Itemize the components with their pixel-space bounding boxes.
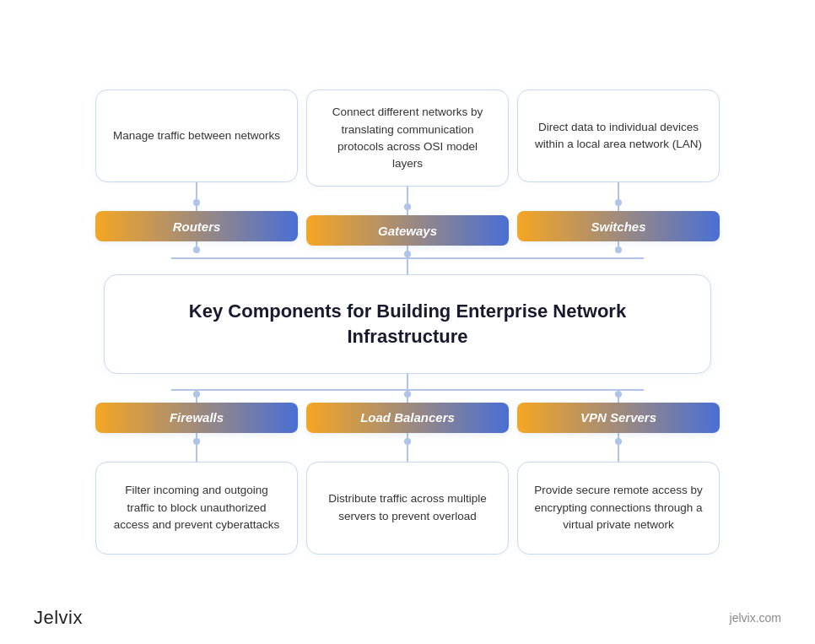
col-routers: Manage traffic between networks Routers <box>104 89 289 257</box>
bottom-col-row: Firewalls Filter incoming and outgoing t… <box>78 391 737 555</box>
lb-box-text: Distribute traffic across multiple serve… <box>322 490 493 525</box>
switches-dot-top <box>615 199 622 206</box>
firewalls-v-line-mid <box>196 433 197 438</box>
routers-dot-top <box>193 199 200 206</box>
routers-dot-bot <box>193 246 200 253</box>
page: Manage traffic between networks Routers … <box>0 0 815 644</box>
vpn-label: VPN Servers <box>517 403 720 433</box>
col-switches: Direct data to individual devices within… <box>526 89 711 257</box>
h-connector-top <box>78 257 737 259</box>
vpn-v-line-top <box>618 398 619 403</box>
gateways-v-line-top <box>407 187 408 203</box>
gateways-dot-top <box>404 203 411 210</box>
col-gateways: Connect different networks by translatin… <box>315 89 500 257</box>
firewalls-v-line-bot <box>196 445 197 462</box>
col-load-balancers: Load Balancers Distribute traffic across… <box>315 391 500 555</box>
gateways-dot-bot <box>404 251 411 257</box>
vpn-dot-mid <box>615 438 622 445</box>
lb-v-line-bot <box>407 445 408 462</box>
routers-box-text: Manage traffic between networks <box>113 127 280 144</box>
switches-v-line-top <box>618 182 619 199</box>
center-box: Key Components for Building Enterprise N… <box>104 274 711 373</box>
switches-info-box: Direct data to individual devices within… <box>517 89 720 182</box>
gateways-box-text: Connect different networks by translatin… <box>322 104 493 172</box>
firewalls-dot-top <box>193 391 200 398</box>
routers-info-box: Manage traffic between networks <box>95 89 298 182</box>
footer: Jelvix jelvix.com <box>34 607 781 629</box>
routers-v-line-top <box>196 182 197 199</box>
switches-label: Switches <box>517 211 720 241</box>
switches-box-text: Direct data to individual devices within… <box>533 119 704 154</box>
website-url: jelvix.com <box>730 611 781 625</box>
firewalls-label: Firewalls <box>95 403 298 433</box>
lb-dot-mid <box>404 438 411 445</box>
brand-logo: Jelvix <box>34 607 83 629</box>
gateways-label: Gateways <box>306 215 509 246</box>
load-balancers-label: Load Balancers <box>306 403 509 433</box>
vpn-v-line-bot <box>618 445 619 462</box>
vpn-v-line-mid <box>618 433 619 438</box>
h-line-top <box>171 257 644 259</box>
firewalls-box-text: Filter incoming and outgoing traffic to … <box>111 482 282 533</box>
top-boxes-row: Manage traffic between networks Routers … <box>78 89 737 257</box>
vpn-info-box: Provide secure remote access by encrypti… <box>517 462 720 555</box>
lb-v-line-mid <box>407 433 408 438</box>
h-connector-bottom <box>78 389 737 391</box>
h-line-bottom <box>171 389 644 391</box>
col-vpn: VPN Servers Provide secure remote access… <box>526 391 711 555</box>
vpn-dot-top <box>615 391 622 398</box>
diagram: Manage traffic between networks Routers … <box>78 89 737 554</box>
v-connector-from-center <box>407 374 408 389</box>
lb-dot-top <box>404 391 411 398</box>
gateways-info-box: Connect different networks by translatin… <box>306 89 509 187</box>
firewalls-dot-mid <box>193 438 200 445</box>
center-title: Key Components for Building Enterprise N… <box>138 299 677 349</box>
v-connector-to-center <box>407 259 408 274</box>
lb-v-line-top <box>407 398 408 403</box>
switches-dot-bot <box>615 246 622 253</box>
col-firewalls: Firewalls Filter incoming and outgoing t… <box>104 391 289 555</box>
routers-label: Routers <box>95 211 298 241</box>
load-balancers-info-box: Distribute traffic across multiple serve… <box>306 462 509 555</box>
firewalls-v-line-top <box>196 398 197 403</box>
firewalls-info-box: Filter incoming and outgoing traffic to … <box>95 462 298 555</box>
vpn-box-text: Provide secure remote access by encrypti… <box>533 482 704 533</box>
